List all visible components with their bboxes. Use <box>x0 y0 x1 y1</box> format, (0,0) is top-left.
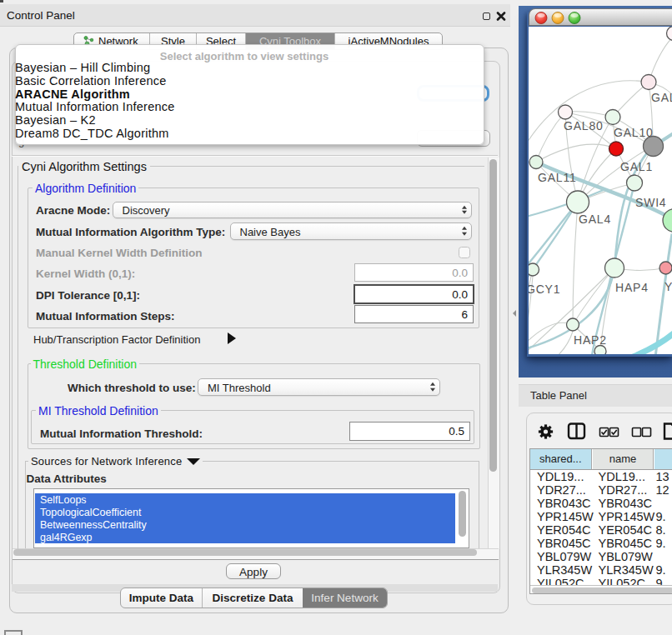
svg-text:GAL80: GAL80 <box>564 118 604 132</box>
svg-text:Y: Y <box>664 279 672 292</box>
svg-text:GAL1: GAL1 <box>620 159 653 172</box>
svg-text:GAL10: GAL10 <box>614 125 654 138</box>
svg-text:HAP4: HAP4 <box>615 280 649 293</box>
svg-text:GAL11: GAL11 <box>538 170 577 183</box>
svg-text:HAP2: HAP2 <box>574 332 607 346</box>
svg-text:SWI4: SWI4 <box>635 195 666 208</box>
svg-text:GAL4: GAL4 <box>579 212 611 225</box>
svg-text:GAL7: GAL7 <box>651 90 672 103</box>
svg-text:GCY1: GCY1 <box>529 282 560 295</box>
